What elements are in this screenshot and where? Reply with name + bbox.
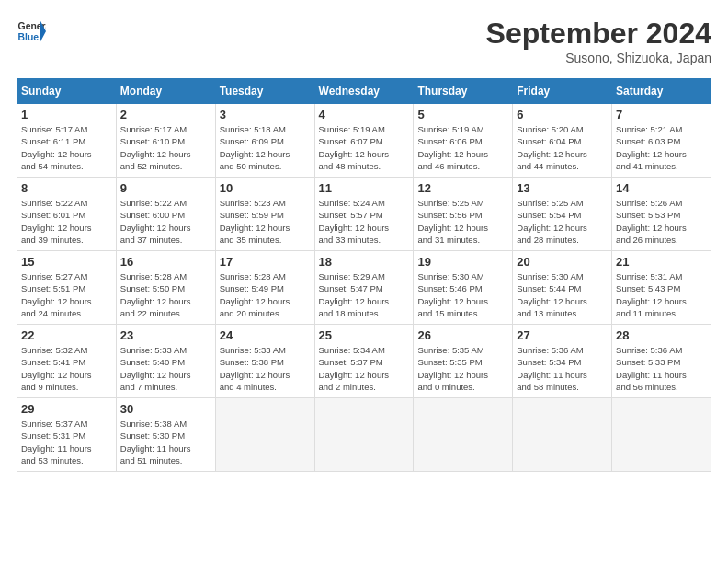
- day-info: Sunrise: 5:31 AM Sunset: 5:43 PM Dayligh…: [616, 270, 707, 319]
- calendar-cell: 30Sunrise: 5:38 AM Sunset: 5:30 PM Dayli…: [116, 398, 215, 472]
- calendar-cell: [314, 398, 414, 472]
- calendar-week-4: 29Sunrise: 5:37 AM Sunset: 5:31 PM Dayli…: [17, 398, 711, 472]
- day-info: Sunrise: 5:22 AM Sunset: 6:00 PM Dayligh…: [120, 197, 211, 246]
- logo-icon: General Blue: [17, 17, 46, 46]
- day-info: Sunrise: 5:19 AM Sunset: 6:07 PM Dayligh…: [319, 123, 410, 172]
- column-header-friday: Friday: [513, 79, 612, 104]
- day-info: Sunrise: 5:32 AM Sunset: 5:41 PM Dayligh…: [21, 344, 112, 393]
- day-number: 12: [417, 181, 508, 195]
- day-number: 24: [220, 328, 311, 342]
- calendar-cell: [513, 398, 612, 472]
- calendar-cell: 1Sunrise: 5:17 AM Sunset: 6:11 PM Daylig…: [17, 104, 117, 178]
- day-info: Sunrise: 5:25 AM Sunset: 5:56 PM Dayligh…: [417, 197, 508, 246]
- day-info: Sunrise: 5:19 AM Sunset: 6:06 PM Dayligh…: [417, 123, 508, 172]
- day-number: 1: [21, 108, 112, 121]
- calendar-cell: [612, 398, 711, 472]
- day-number: 21: [616, 255, 707, 269]
- day-number: 30: [120, 402, 211, 416]
- day-info: Sunrise: 5:36 AM Sunset: 5:34 PM Dayligh…: [517, 344, 608, 393]
- calendar-cell: 9Sunrise: 5:22 AM Sunset: 6:00 PM Daylig…: [116, 178, 215, 251]
- calendar-cell: 22Sunrise: 5:32 AM Sunset: 5:41 PM Dayli…: [17, 325, 117, 398]
- day-info: Sunrise: 5:27 AM Sunset: 5:51 PM Dayligh…: [21, 270, 112, 319]
- day-number: 17: [220, 255, 311, 269]
- day-number: 10: [220, 181, 311, 195]
- month-title: September 2024: [486, 17, 711, 51]
- column-header-saturday: Saturday: [612, 79, 711, 104]
- calendar-cell: 14Sunrise: 5:26 AM Sunset: 5:53 PM Dayli…: [612, 178, 711, 251]
- calendar-week-0: 1Sunrise: 5:17 AM Sunset: 6:11 PM Daylig…: [17, 104, 711, 178]
- calendar-cell: [414, 398, 513, 472]
- day-info: Sunrise: 5:37 AM Sunset: 5:31 PM Dayligh…: [21, 418, 112, 466]
- day-info: Sunrise: 5:25 AM Sunset: 5:54 PM Dayligh…: [517, 197, 608, 246]
- calendar-cell: 19Sunrise: 5:30 AM Sunset: 5:46 PM Dayli…: [414, 251, 513, 325]
- calendar-cell: 10Sunrise: 5:23 AM Sunset: 5:59 PM Dayli…: [215, 178, 314, 251]
- day-number: 27: [517, 328, 608, 342]
- calendar-cell: 25Sunrise: 5:34 AM Sunset: 5:37 PM Dayli…: [314, 325, 414, 398]
- calendar-week-1: 8Sunrise: 5:22 AM Sunset: 6:01 PM Daylig…: [17, 178, 711, 251]
- calendar-cell: 27Sunrise: 5:36 AM Sunset: 5:34 PM Dayli…: [513, 325, 612, 398]
- calendar-week-2: 15Sunrise: 5:27 AM Sunset: 5:51 PM Dayli…: [17, 251, 711, 325]
- calendar-cell: 18Sunrise: 5:29 AM Sunset: 5:47 PM Dayli…: [314, 251, 414, 325]
- calendar-cell: 5Sunrise: 5:19 AM Sunset: 6:06 PM Daylig…: [414, 104, 513, 178]
- day-info: Sunrise: 5:36 AM Sunset: 5:33 PM Dayligh…: [616, 344, 707, 393]
- column-header-thursday: Thursday: [414, 79, 513, 104]
- day-info: Sunrise: 5:35 AM Sunset: 5:35 PM Dayligh…: [417, 344, 508, 393]
- day-info: Sunrise: 5:18 AM Sunset: 6:09 PM Dayligh…: [220, 123, 311, 172]
- day-number: 2: [120, 108, 211, 121]
- day-info: Sunrise: 5:28 AM Sunset: 5:50 PM Dayligh…: [120, 270, 211, 319]
- calendar-cell: 4Sunrise: 5:19 AM Sunset: 6:07 PM Daylig…: [314, 104, 414, 178]
- page-container: General Blue September 2024 Susono, Shiz…: [0, 0, 728, 481]
- day-number: 22: [21, 328, 112, 342]
- day-info: Sunrise: 5:28 AM Sunset: 5:49 PM Dayligh…: [220, 270, 311, 319]
- calendar-table: SundayMondayTuesdayWednesdayThursdayFrid…: [17, 78, 711, 472]
- column-header-wednesday: Wednesday: [314, 79, 414, 104]
- day-info: Sunrise: 5:22 AM Sunset: 6:01 PM Dayligh…: [21, 197, 112, 246]
- day-number: 13: [517, 181, 608, 195]
- calendar-cell: [215, 398, 314, 472]
- column-header-monday: Monday: [116, 79, 215, 104]
- calendar-cell: 29Sunrise: 5:37 AM Sunset: 5:31 PM Dayli…: [17, 398, 117, 472]
- day-info: Sunrise: 5:33 AM Sunset: 5:40 PM Dayligh…: [120, 344, 211, 393]
- day-info: Sunrise: 5:21 AM Sunset: 6:03 PM Dayligh…: [616, 123, 707, 172]
- day-number: 4: [319, 108, 410, 121]
- day-info: Sunrise: 5:23 AM Sunset: 5:59 PM Dayligh…: [220, 197, 311, 246]
- day-info: Sunrise: 5:17 AM Sunset: 6:11 PM Dayligh…: [21, 123, 112, 172]
- day-number: 26: [417, 328, 508, 342]
- day-number: 7: [616, 108, 707, 121]
- day-number: 9: [120, 181, 211, 195]
- calendar-cell: 16Sunrise: 5:28 AM Sunset: 5:50 PM Dayli…: [116, 251, 215, 325]
- day-number: 15: [21, 255, 112, 269]
- calendar-header-row: SundayMondayTuesdayWednesdayThursdayFrid…: [17, 79, 711, 104]
- calendar-cell: 3Sunrise: 5:18 AM Sunset: 6:09 PM Daylig…: [215, 104, 314, 178]
- location-subtitle: Susono, Shizuoka, Japan: [486, 51, 711, 65]
- calendar-cell: 21Sunrise: 5:31 AM Sunset: 5:43 PM Dayli…: [612, 251, 711, 325]
- calendar-cell: 13Sunrise: 5:25 AM Sunset: 5:54 PM Dayli…: [513, 178, 612, 251]
- calendar-cell: 23Sunrise: 5:33 AM Sunset: 5:40 PM Dayli…: [116, 325, 215, 398]
- column-header-sunday: Sunday: [17, 79, 117, 104]
- title-area: September 2024 Susono, Shizuoka, Japan: [486, 17, 711, 65]
- day-info: Sunrise: 5:20 AM Sunset: 6:04 PM Dayligh…: [517, 123, 608, 172]
- calendar-cell: 15Sunrise: 5:27 AM Sunset: 5:51 PM Dayli…: [17, 251, 117, 325]
- calendar-cell: 7Sunrise: 5:21 AM Sunset: 6:03 PM Daylig…: [612, 104, 711, 178]
- day-number: 3: [220, 108, 311, 121]
- day-info: Sunrise: 5:30 AM Sunset: 5:46 PM Dayligh…: [417, 270, 508, 319]
- day-info: Sunrise: 5:26 AM Sunset: 5:53 PM Dayligh…: [616, 197, 707, 246]
- calendar-cell: 26Sunrise: 5:35 AM Sunset: 5:35 PM Dayli…: [414, 325, 513, 398]
- day-number: 16: [120, 255, 211, 269]
- calendar-cell: 28Sunrise: 5:36 AM Sunset: 5:33 PM Dayli…: [612, 325, 711, 398]
- calendar-cell: 20Sunrise: 5:30 AM Sunset: 5:44 PM Dayli…: [513, 251, 612, 325]
- calendar-cell: 11Sunrise: 5:24 AM Sunset: 5:57 PM Dayli…: [314, 178, 414, 251]
- day-number: 19: [417, 255, 508, 269]
- svg-text:Blue: Blue: [18, 32, 40, 42]
- day-info: Sunrise: 5:24 AM Sunset: 5:57 PM Dayligh…: [319, 197, 410, 246]
- column-header-tuesday: Tuesday: [215, 79, 314, 104]
- day-number: 6: [517, 108, 608, 121]
- day-info: Sunrise: 5:34 AM Sunset: 5:37 PM Dayligh…: [319, 344, 410, 393]
- calendar-cell: 6Sunrise: 5:20 AM Sunset: 6:04 PM Daylig…: [513, 104, 612, 178]
- calendar-cell: 24Sunrise: 5:33 AM Sunset: 5:38 PM Dayli…: [215, 325, 314, 398]
- day-number: 5: [417, 108, 508, 121]
- day-info: Sunrise: 5:17 AM Sunset: 6:10 PM Dayligh…: [120, 123, 211, 172]
- calendar-cell: 12Sunrise: 5:25 AM Sunset: 5:56 PM Dayli…: [414, 178, 513, 251]
- calendar-cell: 2Sunrise: 5:17 AM Sunset: 6:10 PM Daylig…: [116, 104, 215, 178]
- day-number: 8: [21, 181, 112, 195]
